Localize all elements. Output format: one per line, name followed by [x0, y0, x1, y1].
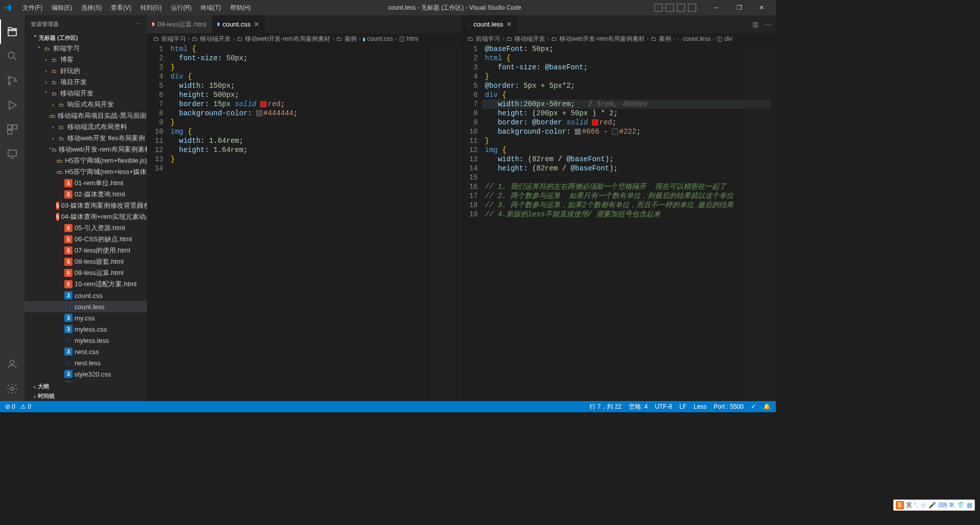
- file-item[interactable]: 3count.css: [24, 290, 147, 301]
- folder-item[interactable]: ›🗀响应式布局开发: [24, 99, 147, 110]
- breadcrumb-segment[interactable]: 前端学习: [161, 35, 186, 43]
- breadcrumb-segment[interactable]: count.less: [683, 35, 710, 42]
- status-item[interactable]: UTF-8: [655, 403, 672, 410]
- layout-icon[interactable]: [654, 4, 663, 12]
- file-item[interactable]: 507-less的使用.html: [24, 245, 147, 256]
- folder-item[interactable]: ˅🗀移动web开发-rem布局案例素材 \ 案例: [24, 144, 147, 155]
- folder-icon: 🗀: [50, 89, 58, 97]
- menu-item[interactable]: 终端(T): [197, 2, 225, 14]
- less-icon: {·}: [677, 35, 681, 42]
- file-item[interactable]: 510-rem适配方案.html: [24, 279, 147, 290]
- breadcrumb-segment[interactable]: 案例: [659, 35, 671, 43]
- remote-icon[interactable]: [0, 142, 24, 166]
- breadcrumb-segment[interactable]: 案例: [345, 35, 357, 43]
- more-icon[interactable]: ⋯: [765, 20, 771, 28]
- source-control-icon[interactable]: [0, 68, 24, 93]
- file-item[interactable]: 504-媒体查询+rem实现元素动态变化...: [24, 211, 147, 222]
- folder-item[interactable]: ›🗀好玩的: [24, 65, 147, 77]
- code-editor[interactable]: 12345678910111213141516171819@baseFont: …: [461, 44, 775, 401]
- explorer-icon[interactable]: [0, 19, 24, 44]
- file-item[interactable]: {·}count.less: [24, 301, 147, 312]
- file-item[interactable]: 3myless.css: [24, 323, 147, 335]
- file-item[interactable]: 501-rem单位.html: [24, 178, 147, 189]
- status-item[interactable]: 🔔: [763, 403, 771, 410]
- status-item[interactable]: Port : 5500: [714, 403, 744, 410]
- file-item[interactable]: {·}myless.less: [24, 335, 147, 346]
- minimize-button[interactable]: ─: [706, 1, 727, 15]
- file-item[interactable]: {·}nest.less: [24, 357, 147, 368]
- file-item[interactable]: 3nest.css: [24, 346, 147, 357]
- editor-tab[interactable]: 3count.css✕: [212, 15, 265, 33]
- file-item[interactable]: 505-引入资源.html: [24, 222, 147, 234]
- menu-item[interactable]: 转到(G): [136, 2, 165, 14]
- status-item[interactable]: Less: [694, 403, 706, 410]
- folder-item[interactable]: ›🗀移动端布局项目实战-黑马面面素材: [24, 110, 147, 121]
- extensions-icon[interactable]: [0, 117, 24, 142]
- status-item[interactable]: 行 7，列 22: [590, 403, 622, 411]
- breadcrumb-segment[interactable]: div: [724, 35, 732, 42]
- maximize-button[interactable]: ❐: [729, 1, 749, 15]
- status-item[interactable]: 空格: 4: [629, 403, 648, 411]
- more-icon[interactable]: ⋯: [135, 21, 141, 28]
- status-item[interactable]: ⚠ 0: [20, 403, 31, 410]
- file-item[interactable]: 506-CSS的缺点.html: [24, 234, 147, 245]
- breadcrumb-segment[interactable]: 移动端开发: [200, 35, 231, 43]
- run-debug-icon[interactable]: [0, 93, 24, 117]
- breadcrumb-segment[interactable]: 移动端开发: [514, 35, 545, 43]
- close-button[interactable]: ✕: [751, 1, 772, 15]
- file-item[interactable]: 3style320.css: [24, 368, 147, 380]
- folder-item[interactable]: ›🗀H5苏宁商城(rem+flexible.js): [24, 155, 147, 166]
- menu-item[interactable]: 编辑(E): [47, 2, 76, 14]
- folder-item[interactable]: ›🗀移动端流式布局资料: [24, 121, 147, 133]
- folder-item[interactable]: ˅🗀移动端开发: [24, 88, 147, 99]
- split-editor-icon[interactable]: ▥: [752, 20, 758, 28]
- file-item[interactable]: 3my.css: [24, 312, 147, 323]
- timeline-section[interactable]: › 时间线: [24, 391, 147, 401]
- menu-item[interactable]: 查看(V): [107, 2, 135, 14]
- folder-item[interactable]: ›🗀移动web开发 flex布局案例: [24, 133, 147, 144]
- folder-item[interactable]: ›🗀H5苏宁商城(rem+less+媒体查询): [24, 166, 147, 178]
- activity-bar: [0, 15, 24, 401]
- breadcrumb-segment[interactable]: count.css: [367, 35, 393, 42]
- breadcrumb-segment[interactable]: html: [407, 35, 419, 42]
- layout-icon[interactable]: [666, 4, 674, 12]
- layout-icon[interactable]: [688, 4, 696, 12]
- file-item[interactable]: 508-less嵌套.html: [24, 256, 147, 267]
- menu-item[interactable]: 文件(F): [18, 2, 46, 14]
- account-icon[interactable]: [0, 352, 24, 377]
- folder-item[interactable]: ˅🗀前端学习: [24, 43, 147, 54]
- breadcrumb-segment[interactable]: 前端学习: [476, 35, 500, 43]
- file-item[interactable]: 502-媒体查询.html: [24, 189, 147, 200]
- minimap[interactable]: [745, 44, 775, 401]
- breadcrumb[interactable]: 🗀 前端学习›🗀 移动端开发›🗀 移动web开发-rem布局案例素材›🗀 案例›…: [461, 33, 775, 44]
- folder-icon: 🗀: [57, 134, 65, 142]
- folder-item[interactable]: ›🗀项目开发: [24, 77, 147, 88]
- status-item[interactable]: ⊘ 0: [5, 403, 15, 410]
- status-item[interactable]: ✓: [751, 403, 756, 410]
- svg-point-1: [8, 77, 10, 79]
- status-item[interactable]: LF: [679, 403, 687, 410]
- search-icon[interactable]: [0, 44, 24, 68]
- breadcrumb-segment[interactable]: 移动web开发-rem布局案例素材: [559, 35, 645, 43]
- minimap[interactable]: [430, 44, 461, 401]
- file-item[interactable]: 509-less运算.html: [24, 267, 147, 279]
- editor-tab[interactable]: 509-less运算.html: [147, 15, 212, 33]
- menu-item[interactable]: 运行(R): [167, 2, 196, 14]
- outline-section[interactable]: › 大纲: [24, 382, 147, 391]
- menu-item[interactable]: 帮助(H): [226, 2, 255, 14]
- layout-icon[interactable]: [677, 4, 685, 12]
- breadcrumb-segment[interactable]: 移动web开发-rem布局案例素材: [245, 35, 330, 43]
- settings-gear-icon[interactable]: [0, 377, 24, 401]
- breadcrumb[interactable]: 🗀 前端学习›🗀 移动端开发›🗀 移动web开发-rem布局案例素材›🗀 案例›…: [147, 33, 461, 44]
- menu-item[interactable]: 选择(S): [77, 2, 106, 14]
- tab-close-icon[interactable]: ✕: [254, 20, 259, 28]
- tree-item-label: H5苏宁商城(rem+flexible.js): [65, 156, 147, 165]
- file-item[interactable]: 503-媒体查询案例修改背景颜色.html: [24, 200, 147, 211]
- folder-icon: 🗀: [506, 35, 512, 42]
- editor-tab[interactable]: {·}count.less✕: [461, 15, 518, 33]
- folder-icon: 🗀: [153, 35, 159, 42]
- workspace-header[interactable]: ˅ 无标题 (工作区): [24, 33, 147, 43]
- code-editor[interactable]: 1234567891011121314html { font-size: 50p…: [147, 44, 461, 401]
- tab-close-icon[interactable]: ✕: [506, 20, 512, 28]
- folder-item[interactable]: ›🗀博客: [24, 54, 147, 65]
